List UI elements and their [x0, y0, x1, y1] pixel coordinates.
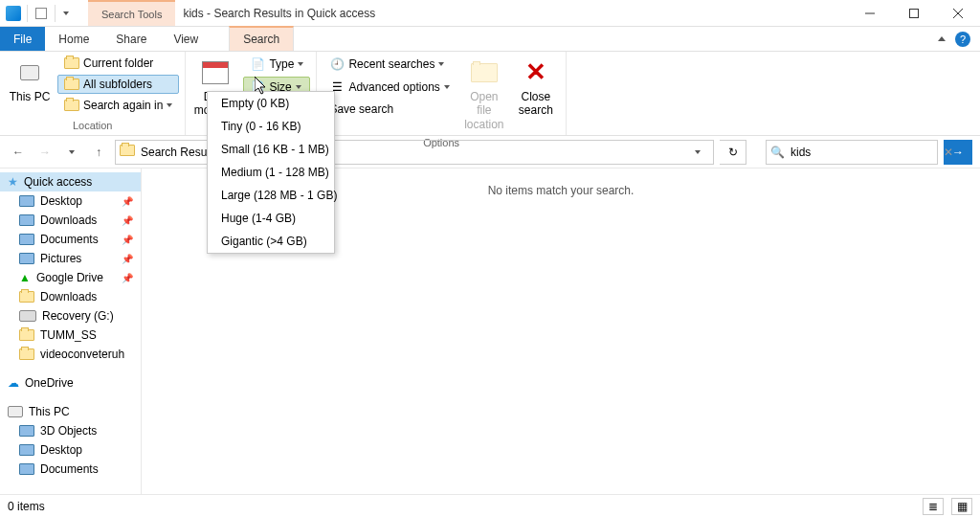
- folder-icon: [19, 291, 34, 303]
- empty-message: No items match your search.: [488, 184, 635, 197]
- star-icon: ★: [8, 175, 18, 189]
- calendar-icon: [200, 57, 231, 88]
- size-option-empty[interactable]: Empty (0 KB): [208, 92, 334, 115]
- clear-search-icon[interactable]: ✕: [940, 146, 957, 159]
- forward-button: →: [34, 142, 56, 163]
- address-bar[interactable]: Search Results in Quick access: [115, 140, 714, 165]
- nav-quick-access[interactable]: ★Quick access: [0, 172, 141, 191]
- folder-icon: [19, 348, 34, 360]
- up-button[interactable]: ↑: [88, 142, 109, 163]
- qat-customize[interactable]: [61, 9, 71, 18]
- search-input[interactable]: [791, 146, 934, 159]
- close-x-icon: ✕: [521, 57, 551, 88]
- ribbon-group-location: This PC Current folder All subfolders Se…: [0, 52, 186, 135]
- desktop-icon: [19, 444, 34, 456]
- tab-home[interactable]: Home: [45, 27, 102, 51]
- back-button[interactable]: ←: [8, 142, 29, 163]
- nav-item-video[interactable]: videoconveteruh: [0, 345, 141, 364]
- svg-rect-1: [910, 10, 919, 18]
- folder-icon: [19, 329, 34, 341]
- advanced-options-button[interactable]: ☰Advanced options: [323, 77, 456, 98]
- help-icon[interactable]: ?: [955, 32, 970, 47]
- open-file-location-button: Open file location: [460, 54, 508, 135]
- nav-item-pictures[interactable]: Pictures📌: [0, 249, 141, 268]
- nav-onedrive[interactable]: ☁OneDrive: [0, 373, 141, 393]
- pc-icon: [14, 57, 45, 88]
- title-bar: Search Tools kids - Search Results in Qu…: [0, 0, 980, 27]
- nav-item-gdrive[interactable]: ▲Google Drive📌: [0, 268, 141, 287]
- qat-btn-1[interactable]: [33, 6, 49, 21]
- pin-icon: 📌: [122, 235, 133, 245]
- close-button[interactable]: [936, 0, 980, 27]
- refresh-button[interactable]: ↻: [720, 140, 746, 165]
- pictures-icon: [19, 253, 34, 264]
- pin-icon: 📌: [122, 254, 133, 264]
- folder-icon: [120, 145, 135, 160]
- current-folder-button[interactable]: Current folder: [57, 54, 179, 73]
- nav-item-downloads2[interactable]: Downloads: [0, 287, 141, 306]
- nav-item-documents2[interactable]: Documents: [0, 460, 141, 479]
- navigation-pane[interactable]: ★Quick access Desktop📌 Downloads📌 Docume…: [0, 169, 142, 494]
- folder-icon: [64, 57, 79, 69]
- nav-item-downloads[interactable]: Downloads📌: [0, 211, 141, 230]
- ribbon-tabs: File Home Share View Search ?: [0, 27, 980, 52]
- address-bar-row: ← → ↑ Search Results in Quick access ↻ 🔍…: [0, 136, 980, 169]
- nav-item-documents[interactable]: Documents📌: [0, 230, 141, 249]
- desktop-icon: [19, 195, 34, 207]
- quick-access-toolbar: [0, 0, 88, 26]
- search-again-in-button[interactable]: Search again in: [57, 96, 179, 115]
- minimize-button[interactable]: [848, 0, 892, 27]
- size-filter-menu: Empty (0 KB) Tiny (0 - 16 KB) Small (16 …: [207, 91, 335, 254]
- this-pc-button[interactable]: This PC: [6, 54, 54, 107]
- recent-searches-button[interactable]: 🕘Recent searches: [323, 54, 456, 75]
- size-option-huge[interactable]: Huge (1-4 GB): [208, 207, 334, 230]
- drive-icon: [19, 310, 36, 322]
- pin-icon: 📌: [122, 273, 133, 283]
- recent-locations-button[interactable]: [61, 142, 82, 163]
- nav-item-recovery[interactable]: Recovery (G:): [0, 306, 141, 326]
- cloud-icon: ☁: [8, 376, 19, 390]
- nav-this-pc[interactable]: This PC: [0, 402, 141, 421]
- collapse-ribbon-icon[interactable]: [938, 36, 946, 41]
- pc-icon: [8, 406, 23, 417]
- ribbon-group-options: 🕘Recent searches ☰Advanced options Save …: [317, 52, 566, 135]
- all-subfolders-button[interactable]: All subfolders: [57, 75, 179, 94]
- search-icon: 🔍: [770, 146, 785, 159]
- size-option-tiny[interactable]: Tiny (0 - 16 KB): [208, 115, 334, 138]
- nav-item-desktop2[interactable]: Desktop: [0, 440, 141, 460]
- save-search-button[interactable]: Save search: [323, 100, 456, 119]
- pin-icon: 📌: [122, 196, 133, 207]
- size-option-medium[interactable]: Medium (1 - 128 MB): [208, 161, 334, 184]
- search-box[interactable]: 🔍 ✕: [766, 140, 938, 165]
- address-dropdown-icon[interactable]: [686, 150, 709, 154]
- type-button[interactable]: 📄Type: [243, 54, 310, 75]
- ribbon: This PC Current folder All subfolders Se…: [0, 52, 980, 136]
- contextual-tab-header: Search Tools: [88, 0, 175, 26]
- folder-open-icon: [469, 57, 500, 88]
- item-count: 0 items: [8, 500, 45, 513]
- documents-icon: [19, 463, 34, 475]
- status-bar: 0 items ≣ ▦: [0, 494, 980, 517]
- folder-icon: [64, 100, 79, 111]
- size-option-large[interactable]: Large (128 MB - 1 GB): [208, 184, 334, 207]
- nav-item-tumm[interactable]: TUMM_SS: [0, 326, 141, 345]
- tab-view[interactable]: View: [160, 27, 212, 51]
- window-title: kids - Search Results in Quick access: [175, 7, 383, 20]
- maximize-button[interactable]: [892, 0, 936, 27]
- history-icon: 🕘: [329, 56, 345, 72]
- main-area: ★Quick access Desktop📌 Downloads📌 Docume…: [0, 169, 980, 494]
- downloads-icon: [19, 214, 34, 226]
- gdrive-icon: ▲: [19, 271, 31, 284]
- size-option-small[interactable]: Small (16 KB - 1 MB): [208, 138, 334, 161]
- nav-item-3d[interactable]: 3D Objects: [0, 421, 141, 440]
- details-view-button[interactable]: ≣: [923, 498, 944, 515]
- nav-item-desktop[interactable]: Desktop📌: [0, 191, 141, 211]
- document-icon: 📄: [250, 56, 265, 72]
- icons-view-button[interactable]: ▦: [951, 498, 972, 515]
- documents-icon: [19, 234, 34, 245]
- tab-share[interactable]: Share: [102, 27, 160, 51]
- tab-search[interactable]: Search: [229, 26, 294, 51]
- size-option-gigantic[interactable]: Gigantic (>4 GB): [208, 230, 334, 253]
- tab-file[interactable]: File: [0, 27, 45, 51]
- close-search-button[interactable]: ✕ Close search: [512, 54, 560, 122]
